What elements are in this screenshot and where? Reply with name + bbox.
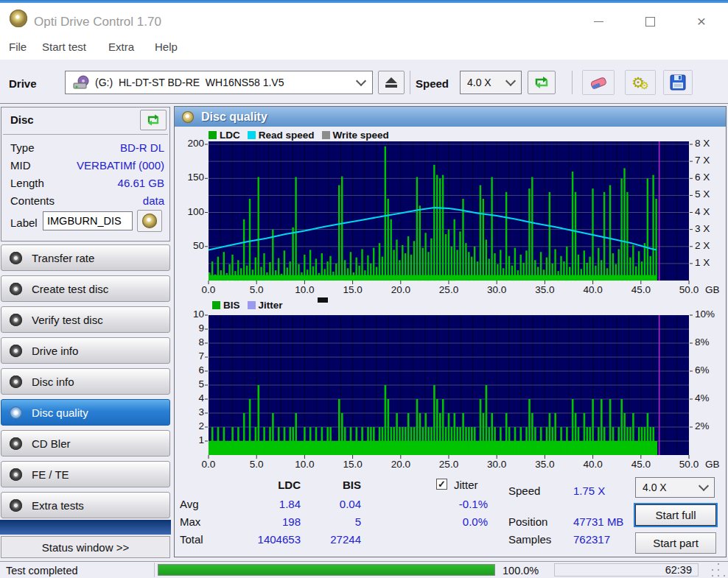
avg-jitter-value: -0.1% [413, 498, 488, 510]
disc-mid-value: VERBATIMf (000) [68, 159, 164, 172]
save-icon [669, 74, 687, 91]
menu-file[interactable]: File [9, 40, 27, 53]
legend-item-bis: BIS [212, 300, 240, 311]
start-full-button[interactable]: Start full [635, 504, 716, 526]
refresh-icon [146, 113, 161, 127]
title-bar[interactable]: Opti Drive Control 1.70 × [0, 3, 728, 35]
resize-grip-icon[interactable] [712, 569, 713, 571]
jitter-checkbox[interactable]: ✓ [436, 479, 447, 490]
ldc-readspeed-chart[interactable] [204, 140, 702, 286]
drive-label: Drive [9, 77, 37, 90]
eraser-icon [588, 74, 609, 91]
elapsed-time-panel: 62:39 [554, 563, 699, 577]
menu-starttest[interactable]: Start test [42, 40, 86, 53]
sidebar-item-disc-info[interactable]: Disc info [1, 368, 170, 395]
disc-icon [10, 468, 22, 481]
total-row-label: Total [180, 533, 203, 546]
disc-icon [10, 283, 22, 295]
max-row-label: Max [180, 515, 200, 528]
sidebar-item-disc-quality[interactable]: Disc quality [1, 399, 170, 426]
disc-icon [10, 437, 22, 450]
toolbar-divider [0, 103, 728, 104]
chart2-legend: BISJitter [212, 300, 283, 311]
legend-label: LDC [220, 130, 240, 141]
toolbar-separator [410, 71, 410, 94]
disc-label-button[interactable] [137, 210, 162, 232]
panel-divider [3, 134, 168, 135]
sidebar-item-label: Disc quality [32, 406, 88, 419]
disc-icon [10, 499, 22, 512]
erase-disc-button[interactable] [582, 70, 615, 95]
sidebar-item-label: CD Bler [32, 437, 71, 450]
sidebar-item-create-test-disc[interactable]: Create test disc [1, 275, 170, 302]
menu-extra[interactable]: Extra [108, 40, 134, 53]
settings-button[interactable]: ⚙ ⚙ [625, 70, 656, 95]
chevron-down-icon [699, 481, 709, 491]
sidebar-item-transfer-rate[interactable]: Transfer rate [1, 244, 170, 271]
disc-mid-label: MID [10, 159, 31, 172]
bis-jitter-chart[interactable] [204, 314, 702, 461]
disc-panel-title: Disc [10, 113, 34, 126]
sidebar-item-label: Create test disc [32, 283, 108, 295]
eject-icon [385, 77, 397, 83]
sidebar-item-cd-bler[interactable]: CD Bler [1, 430, 170, 457]
start-part-button[interactable]: Start part [635, 532, 716, 554]
disc-icon [10, 376, 22, 388]
sidebar-item-drive-info[interactable]: Drive info [1, 337, 170, 364]
speed-select-value: 4.0 X [467, 77, 507, 88]
legend-swatch [248, 131, 256, 139]
sidebar-item-extra-tests[interactable]: Extra tests [1, 492, 170, 518]
disc-icon [10, 345, 22, 357]
sidebar-item-label: Drive info [32, 345, 78, 357]
minimize-button[interactable] [587, 10, 609, 32]
save-button[interactable] [663, 70, 693, 95]
legend-swatch [209, 131, 217, 139]
close-button[interactable]: × [690, 10, 713, 32]
disc-refresh-button[interactable] [140, 110, 167, 130]
disc-icon [10, 314, 22, 326]
progress-bar [158, 564, 495, 576]
refresh-button[interactable] [528, 71, 556, 94]
samples-value: 762317 [573, 533, 610, 546]
sidebar-item-verify-test-disc[interactable]: Verify test disc [1, 306, 170, 333]
legend-swatch [248, 301, 256, 309]
drive-select-value: (G:) HL-DT-ST BD-RE WH16NS58 1.V5 [95, 77, 351, 88]
sidebar-item-label: Transfer rate [32, 252, 94, 264]
progress-fill [158, 565, 494, 575]
status-window-label: Status window >> [42, 541, 129, 554]
sidebar-item-label: Disc info [32, 376, 74, 388]
legend-item-jitter: Jitter [248, 300, 283, 311]
close-icon: × [697, 13, 706, 30]
legend-marker [318, 297, 328, 303]
disc-length-value: 46.61 GB [68, 177, 164, 189]
start-part-label: Start part [653, 537, 699, 549]
maximize-button[interactable] [639, 10, 661, 32]
drive-select[interactable]: (G:) HL-DT-ST BD-RE WH16NS58 1.V5 [65, 71, 373, 94]
app-disc-icon [10, 10, 27, 27]
legend-item-read-speed: Read speed [248, 130, 315, 141]
menu-help[interactable]: Help [155, 40, 178, 53]
disc-label-input[interactable] [43, 211, 133, 230]
legend-label: BIS [223, 300, 240, 311]
test-speed-select[interactable]: 4.0 X [635, 477, 715, 498]
max-ldc-value: 198 [221, 515, 301, 528]
eject-button[interactable] [378, 71, 405, 94]
position-value: 47731 MB [573, 515, 623, 528]
result-speed-value: 1.75 X [573, 484, 605, 497]
legend-label: Read speed [259, 130, 315, 141]
chevron-down-icon [356, 76, 366, 86]
status-window-button[interactable]: Status window >> [1, 536, 170, 558]
disc-icon [10, 252, 22, 264]
speed-select[interactable]: 4.0 X [460, 71, 522, 94]
speed-label: Speed [416, 77, 449, 90]
total-bis-value: 27244 [295, 533, 361, 546]
disc-contents-value: data [68, 194, 164, 207]
legend-label: Write speed [333, 130, 389, 141]
refresh-icon [533, 74, 550, 91]
eject-icon-bar [385, 85, 397, 88]
ldc-column-header: LDC [221, 479, 301, 491]
samples-label: Samples [508, 533, 551, 546]
position-label: Position [508, 515, 547, 528]
gold-disc-icon [182, 111, 194, 123]
sidebar-item-fe-te[interactable]: FE / TE [1, 461, 170, 487]
